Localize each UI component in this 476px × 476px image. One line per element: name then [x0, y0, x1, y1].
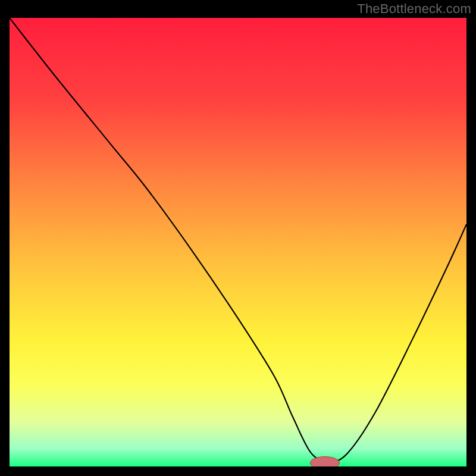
- app-frame: TheBottleneck.com: [0, 0, 476, 476]
- bottleneck-chart: [10, 18, 466, 466]
- gradient-background: [10, 18, 466, 466]
- watermark-text: TheBottleneck.com: [357, 1, 471, 17]
- optimum-marker-icon: [310, 456, 339, 466]
- chart-plot-area: [10, 18, 466, 466]
- chart-container: [10, 18, 466, 466]
